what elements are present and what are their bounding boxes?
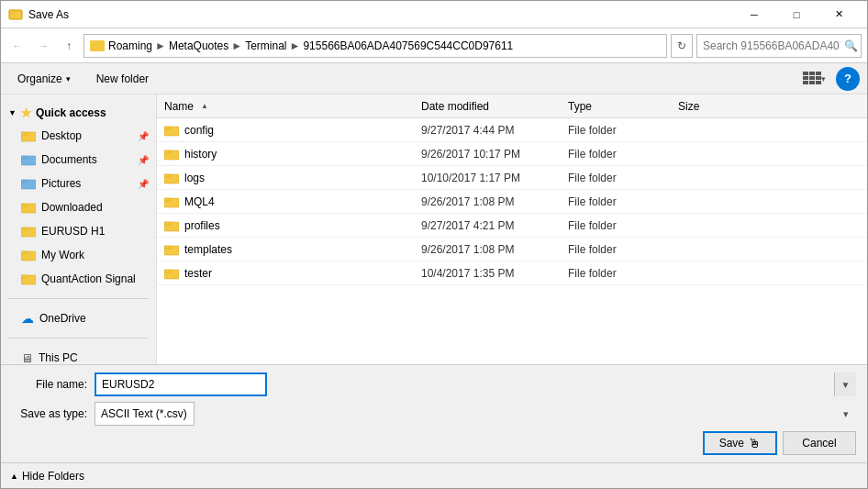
sidebar-item-onedrive[interactable]: ☁ OneDrive [1,306,156,330]
file-date-cell: 9/26/2017 1:08 PM [421,243,568,256]
table-row[interactable]: logs 10/10/2017 1:17 PM File folder [157,166,867,190]
window-controls: ─ □ ✕ [733,1,860,28]
table-row[interactable]: config 9/27/2017 4:44 PM File folder [157,118,867,142]
file-date-cell: 10/4/2017 1:35 PM [421,267,568,280]
refresh-button[interactable]: ↻ [671,34,693,58]
window-icon [8,7,23,22]
sidebar-item-documents-label: Documents [41,153,97,166]
view-options-button[interactable]: ▾ [799,67,829,91]
svg-rect-29 [164,150,171,153]
folder-icon [164,148,179,161]
saveas-select[interactable]: ASCII Text (*.csv) [95,402,195,426]
table-row[interactable]: templates 9/26/2017 1:08 PM File folder [157,238,867,261]
cancel-button[interactable]: Cancel [783,431,856,455]
my-work-folder-icon [21,249,36,261]
breadcrumb-item-terminal[interactable]: Terminal [245,39,286,52]
sidebar-item-pictures[interactable]: Pictures 📌 [1,172,156,195]
window-title: Save As [28,8,733,21]
sidebar-item-quantaction-signal[interactable]: QuantAction Signal [1,267,156,291]
minimize-button[interactable]: ─ [733,1,775,28]
this-pc-section: 🖥 This PC [1,342,156,364]
svg-rect-39 [164,270,171,272]
back-button[interactable]: ← [6,35,28,57]
pictures-pin-icon: 📌 [138,179,149,189]
svg-rect-6 [803,76,808,80]
column-header-name[interactable]: Name ▲ [164,100,421,113]
hide-folders-link[interactable]: ▲ Hide Folders [10,470,84,483]
file-date-cell: 10/10/2017 1:17 PM [421,172,568,184]
table-row[interactable]: profiles 9/27/2017 4:21 PM File folder [157,214,867,238]
breadcrumb-item-roaming[interactable]: Roaming [108,39,152,52]
quick-access-section: ▼ ★ Quick access Desktop 📌 [1,98,156,295]
documents-folder-icon [21,153,36,166]
table-row[interactable]: MQL4 9/26/2017 1:08 PM File folder [157,190,867,214]
close-button[interactable]: ✕ [818,1,860,28]
breadcrumb-item-metaquotes[interactable]: MetaQuotes [169,39,228,52]
filename-input[interactable] [95,372,267,396]
column-header-type[interactable]: Type [568,100,678,113]
filename-dropdown-button[interactable]: ▼ [834,372,856,396]
file-date-cell: 9/27/2017 4:44 PM [421,124,568,137]
table-row[interactable]: history 9/26/2017 10:17 PM File folder [157,142,867,166]
sidebar-item-my-work-label: My Work [41,249,84,261]
address-bar: ← → ↑ Roaming ► MetaQuotes ► Terminal ► … [1,28,867,63]
maximize-button[interactable]: □ [775,1,818,28]
svg-rect-15 [21,156,28,159]
sidebar: ▼ ★ Quick access Desktop 📌 [1,94,157,364]
up-button[interactable]: ↑ [58,35,80,57]
column-header-date[interactable]: Date modified [421,100,568,113]
file-type-cell: File folder [568,195,678,208]
file-type-cell: File folder [568,267,678,280]
sidebar-item-desktop[interactable]: Desktop 📌 [1,124,156,148]
help-button[interactable]: ? [836,67,860,91]
forward-button[interactable]: → [32,35,54,57]
this-pc-icon: 🖥 [21,351,33,365]
sidebar-item-my-work[interactable]: My Work [1,243,156,267]
view-grid-icon [803,72,821,86]
svg-rect-19 [21,204,28,206]
file-type-cell: File folder [568,243,678,256]
file-name-cell: MQL4 [164,195,421,208]
new-folder-button[interactable]: New folder [87,67,158,91]
sidebar-item-quantaction-signal-label: QuantAction Signal [41,272,136,285]
filename-row: File name: ▼ [12,372,856,396]
title-bar: Save As ─ □ ✕ [1,1,867,28]
view-dropdown-icon: ▾ [821,74,826,83]
file-name-cell: profiles [164,219,421,232]
file-type-cell: File folder [568,124,678,137]
save-label: Save [719,437,744,450]
svg-rect-13 [21,132,28,135]
svg-rect-17 [21,180,28,183]
downloaded-folder-icon [21,201,36,214]
file-name-cell: tester [164,267,421,280]
filename-input-wrapper: ▼ [95,372,856,396]
sidebar-item-documents[interactable]: Documents 📌 [1,148,156,172]
organize-label: Organize [17,72,62,85]
organize-button[interactable]: Organize ▾ [8,67,80,91]
quick-access-star-icon: ★ [20,106,32,120]
file-type-cell: File folder [568,219,678,232]
saveas-select-wrapper: ASCII Text (*.csv) [95,402,856,426]
column-header-size[interactable]: Size [678,100,751,113]
sidebar-divider-2 [8,338,149,339]
table-row[interactable]: tester 10/4/2017 1:35 PM File folder [157,261,867,285]
desktop-pin-icon: 📌 [138,131,149,141]
save-as-dialog: Save As ─ □ ✕ ← → ↑ Roaming ► MetaQuotes… [0,0,868,489]
pictures-folder-icon [21,177,36,190]
svg-rect-3 [803,72,808,75]
file-list-header: Name ▲ Date modified Type Size [157,94,867,118]
folder-icon [164,124,179,137]
sidebar-item-downloaded-label: Downloaded [41,201,103,214]
save-button[interactable]: Save 🖱 [703,431,777,455]
quick-access-header[interactable]: ▼ ★ Quick access [1,102,156,124]
hide-folders-label: Hide Folders [22,470,84,483]
breadcrumb-item-guid[interactable]: 915566BA06ADA407569C544CC0D97611 [303,39,513,52]
hide-folders-triangle-icon: ▲ [10,472,18,481]
breadcrumb[interactable]: Roaming ► MetaQuotes ► Terminal ► 915566… [83,34,667,58]
cursor-indicator: 🖱 [748,436,761,450]
sidebar-item-eurusd-h1[interactable]: EURUSD H1 [1,219,156,243]
file-name-cell: templates [164,243,421,256]
sidebar-item-this-pc[interactable]: 🖥 This PC [1,346,156,364]
sidebar-item-downloaded[interactable]: Downloaded [1,195,156,219]
search-input[interactable] [703,39,840,52]
